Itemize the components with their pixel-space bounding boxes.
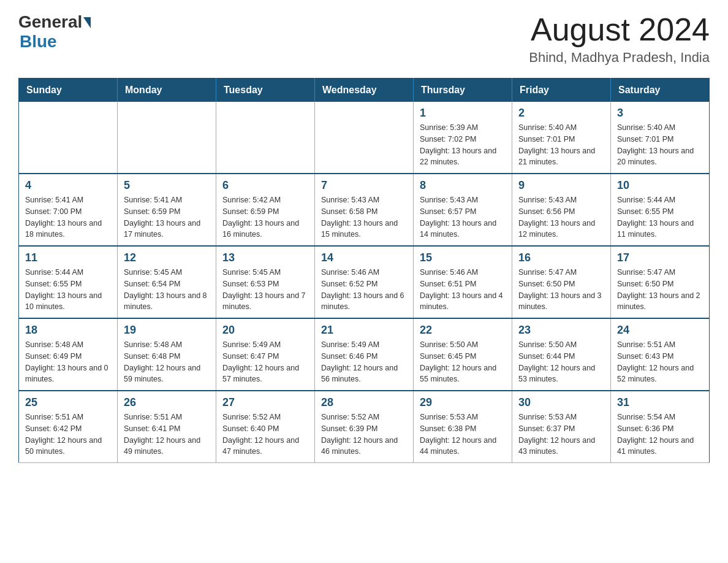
calendar-day-cell: 4Sunrise: 5:41 AM Sunset: 7:00 PM Daylig… [19, 174, 118, 246]
day-number: 10 [617, 179, 703, 192]
calendar-day-cell: 12Sunrise: 5:45 AM Sunset: 6:54 PM Dayli… [118, 246, 216, 318]
day-info: Sunrise: 5:43 AM Sunset: 6:56 PM Dayligh… [518, 194, 604, 240]
day-info: Sunrise: 5:52 AM Sunset: 6:39 PM Dayligh… [321, 412, 407, 458]
day-info: Sunrise: 5:51 AM Sunset: 6:42 PM Dayligh… [25, 412, 111, 458]
day-of-week-header: Saturday [611, 79, 710, 102]
day-info: Sunrise: 5:41 AM Sunset: 7:00 PM Dayligh… [25, 194, 111, 240]
logo: General Blue [18, 12, 91, 52]
calendar-day-cell: 19Sunrise: 5:48 AM Sunset: 6:48 PM Dayli… [118, 318, 216, 391]
day-number: 6 [222, 179, 308, 192]
day-number: 7 [321, 179, 407, 192]
day-info: Sunrise: 5:46 AM Sunset: 6:51 PM Dayligh… [420, 267, 506, 313]
day-info: Sunrise: 5:53 AM Sunset: 6:37 PM Dayligh… [518, 412, 604, 458]
logo-blue-label: Blue [20, 32, 57, 52]
day-info: Sunrise: 5:54 AM Sunset: 6:36 PM Dayligh… [617, 412, 703, 458]
day-info: Sunrise: 5:47 AM Sunset: 6:50 PM Dayligh… [617, 267, 703, 313]
calendar-day-cell: 10Sunrise: 5:44 AM Sunset: 6:55 PM Dayli… [611, 174, 710, 246]
day-number: 11 [25, 251, 111, 264]
day-info: Sunrise: 5:43 AM Sunset: 6:58 PM Dayligh… [321, 194, 407, 240]
day-number: 16 [518, 251, 604, 264]
calendar-day-cell: 26Sunrise: 5:51 AM Sunset: 6:41 PM Dayli… [118, 391, 216, 463]
calendar-day-cell: 31Sunrise: 5:54 AM Sunset: 6:36 PM Dayli… [611, 391, 710, 463]
calendar-day-cell: 13Sunrise: 5:45 AM Sunset: 6:53 PM Dayli… [216, 246, 315, 318]
calendar-day-cell: 30Sunrise: 5:53 AM Sunset: 6:37 PM Dayli… [512, 391, 611, 463]
day-number: 9 [518, 179, 604, 192]
day-number: 19 [124, 324, 210, 337]
calendar-day-cell: 24Sunrise: 5:51 AM Sunset: 6:43 PM Dayli… [611, 318, 710, 391]
day-of-week-header: Sunday [19, 79, 118, 102]
day-number: 14 [321, 251, 407, 264]
day-of-week-header: Tuesday [216, 79, 315, 102]
calendar-day-cell: 21Sunrise: 5:49 AM Sunset: 6:46 PM Dayli… [315, 318, 414, 391]
calendar-day-cell [118, 102, 216, 174]
day-number: 1 [420, 107, 506, 120]
day-number: 12 [124, 251, 210, 264]
day-number: 21 [321, 324, 407, 337]
day-of-week-header: Monday [118, 79, 216, 102]
calendar-day-cell: 23Sunrise: 5:50 AM Sunset: 6:44 PM Dayli… [512, 318, 611, 391]
logo-general-text: General [18, 12, 91, 32]
day-info: Sunrise: 5:44 AM Sunset: 6:55 PM Dayligh… [617, 194, 703, 240]
day-number: 25 [25, 396, 111, 409]
calendar-week-row: 4Sunrise: 5:41 AM Sunset: 7:00 PM Daylig… [19, 174, 710, 246]
calendar-subtitle: Bhind, Madhya Pradesh, India [529, 50, 710, 66]
day-info: Sunrise: 5:51 AM Sunset: 6:43 PM Dayligh… [617, 339, 703, 385]
day-of-week-header: Wednesday [315, 79, 414, 102]
day-info: Sunrise: 5:53 AM Sunset: 6:38 PM Dayligh… [420, 412, 506, 458]
calendar-day-cell [315, 102, 414, 174]
calendar-day-cell: 2Sunrise: 5:40 AM Sunset: 7:01 PM Daylig… [512, 102, 611, 174]
calendar-day-cell: 22Sunrise: 5:50 AM Sunset: 6:45 PM Dayli… [414, 318, 512, 391]
day-number: 5 [124, 179, 210, 192]
calendar-day-cell: 9Sunrise: 5:43 AM Sunset: 6:56 PM Daylig… [512, 174, 611, 246]
calendar-day-cell: 28Sunrise: 5:52 AM Sunset: 6:39 PM Dayli… [315, 391, 414, 463]
calendar-day-cell: 29Sunrise: 5:53 AM Sunset: 6:38 PM Dayli… [414, 391, 512, 463]
day-info: Sunrise: 5:43 AM Sunset: 6:57 PM Dayligh… [420, 194, 506, 240]
calendar-table: SundayMondayTuesdayWednesdayThursdayFrid… [18, 78, 710, 463]
day-info: Sunrise: 5:49 AM Sunset: 6:47 PM Dayligh… [222, 339, 308, 385]
day-info: Sunrise: 5:47 AM Sunset: 6:50 PM Dayligh… [518, 267, 604, 313]
day-info: Sunrise: 5:42 AM Sunset: 6:59 PM Dayligh… [222, 194, 308, 240]
day-info: Sunrise: 5:39 AM Sunset: 7:02 PM Dayligh… [420, 122, 506, 168]
calendar-day-cell: 5Sunrise: 5:41 AM Sunset: 6:59 PM Daylig… [118, 174, 216, 246]
day-number: 22 [420, 324, 506, 337]
calendar-day-cell: 17Sunrise: 5:47 AM Sunset: 6:50 PM Dayli… [611, 246, 710, 318]
day-number: 15 [420, 251, 506, 264]
calendar-day-cell: 7Sunrise: 5:43 AM Sunset: 6:58 PM Daylig… [315, 174, 414, 246]
day-info: Sunrise: 5:45 AM Sunset: 6:54 PM Dayligh… [124, 267, 210, 313]
day-number: 26 [124, 396, 210, 409]
calendar-week-row: 18Sunrise: 5:48 AM Sunset: 6:49 PM Dayli… [19, 318, 710, 391]
day-info: Sunrise: 5:48 AM Sunset: 6:49 PM Dayligh… [25, 339, 111, 385]
calendar-day-cell: 27Sunrise: 5:52 AM Sunset: 6:40 PM Dayli… [216, 391, 315, 463]
calendar-day-cell: 20Sunrise: 5:49 AM Sunset: 6:47 PM Dayli… [216, 318, 315, 391]
day-number: 2 [518, 107, 604, 120]
day-number: 24 [617, 324, 703, 337]
day-number: 18 [25, 324, 111, 337]
day-of-week-header: Friday [512, 79, 611, 102]
calendar-day-cell: 3Sunrise: 5:40 AM Sunset: 7:01 PM Daylig… [611, 102, 710, 174]
day-info: Sunrise: 5:52 AM Sunset: 6:40 PM Dayligh… [222, 412, 308, 458]
calendar-week-row: 11Sunrise: 5:44 AM Sunset: 6:55 PM Dayli… [19, 246, 710, 318]
calendar-day-cell: 1Sunrise: 5:39 AM Sunset: 7:02 PM Daylig… [414, 102, 512, 174]
day-number: 17 [617, 251, 703, 264]
calendar-day-cell [216, 102, 315, 174]
calendar-day-cell: 15Sunrise: 5:46 AM Sunset: 6:51 PM Dayli… [414, 246, 512, 318]
calendar-day-cell: 16Sunrise: 5:47 AM Sunset: 6:50 PM Dayli… [512, 246, 611, 318]
calendar-day-cell: 18Sunrise: 5:48 AM Sunset: 6:49 PM Dayli… [19, 318, 118, 391]
calendar-day-cell: 6Sunrise: 5:42 AM Sunset: 6:59 PM Daylig… [216, 174, 315, 246]
day-number: 3 [617, 107, 703, 120]
day-info: Sunrise: 5:44 AM Sunset: 6:55 PM Dayligh… [25, 267, 111, 313]
day-number: 23 [518, 324, 604, 337]
calendar-day-cell [19, 102, 118, 174]
day-info: Sunrise: 5:51 AM Sunset: 6:41 PM Dayligh… [124, 412, 210, 458]
day-info: Sunrise: 5:49 AM Sunset: 6:46 PM Dayligh… [321, 339, 407, 385]
page-header: General Blue August 2024 Bhind, Madhya P… [18, 12, 710, 66]
logo-general-label: General [18, 12, 82, 32]
calendar-day-cell: 14Sunrise: 5:46 AM Sunset: 6:52 PM Dayli… [315, 246, 414, 318]
day-number: 30 [518, 396, 604, 409]
day-number: 31 [617, 396, 703, 409]
calendar-day-cell: 25Sunrise: 5:51 AM Sunset: 6:42 PM Dayli… [19, 391, 118, 463]
day-number: 4 [25, 179, 111, 192]
day-info: Sunrise: 5:48 AM Sunset: 6:48 PM Dayligh… [124, 339, 210, 385]
calendar-week-row: 25Sunrise: 5:51 AM Sunset: 6:42 PM Dayli… [19, 391, 710, 463]
day-info: Sunrise: 5:50 AM Sunset: 6:44 PM Dayligh… [518, 339, 604, 385]
